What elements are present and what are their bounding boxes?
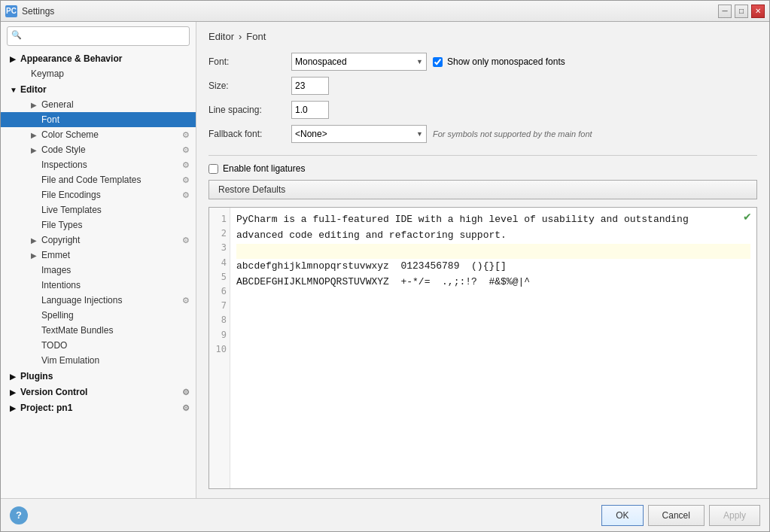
ligatures-label: Enable font ligatures [223, 163, 305, 174]
sidebar-item-colorscheme[interactable]: ▶ Color Scheme ⚙ [1, 127, 196, 142]
show-monospaced-checkbox[interactable] [433, 57, 443, 67]
title-bar: PC Settings ─ □ ✕ [1, 1, 769, 22]
sidebar-item-versioncontrol[interactable]: ▶ Version Control ⚙ [1, 384, 196, 400]
show-monospaced-text: Show only monospaced fonts [447, 56, 565, 67]
gear-icon: ⚙ [182, 145, 190, 155]
fallback-controls: <None> ▼ For symbols not supported by th… [291, 125, 592, 143]
sidebar-item-copyright[interactable]: ▶ Copyright ⚙ [1, 233, 196, 248]
search-input[interactable] [7, 26, 190, 46]
sidebar-item-images[interactable]: Images [1, 263, 196, 278]
show-monospaced-label[interactable]: Show only monospaced fonts [433, 56, 565, 67]
sidebar-item-general[interactable]: ▶ General [1, 97, 196, 112]
line-spacing-label: Line spacing: [208, 105, 291, 115]
code-line-highlighted [236, 244, 750, 260]
sidebar-item-intentions[interactable]: Intentions [1, 278, 196, 293]
font-dropdown[interactable]: Monospaced ▼ [291, 53, 427, 71]
fallback-font-label: Fallback font: [208, 129, 291, 139]
line-numbers: 1 2 3 4 5 6 7 8 9 10 [209, 208, 230, 488]
sidebar-item-label: Vim Emulation [41, 355, 190, 366]
code-line [536, 276, 542, 287]
code-line: PyCharm is a full-featured IDE [236, 214, 412, 225]
sidebar-item-filecodetemplates[interactable]: File and Code Templates ⚙ [1, 172, 196, 187]
sidebar-item-label: Font [41, 114, 190, 125]
sidebar-item-label: Copyright [41, 235, 182, 245]
fallback-font-dropdown[interactable]: <None> ▼ [291, 125, 427, 143]
size-input[interactable] [291, 77, 329, 95]
sidebar-item-textmatebundles[interactable]: TextMate Bundles [1, 323, 196, 338]
gear-icon: ⚙ [182, 236, 190, 245]
sidebar-item-editor[interactable]: ▼ Editor [1, 81, 196, 97]
gear-icon: ⚙ [182, 388, 190, 397]
sidebar-item-spelling[interactable]: Spelling [1, 308, 196, 323]
sidebar-item-project[interactable]: ▶ Project: pn1 ⚙ [1, 400, 196, 415]
line-number: 9 [212, 328, 227, 342]
ligatures-row[interactable]: Enable font ligatures [208, 163, 757, 174]
line-spacing-row: Line spacing: [208, 101, 757, 119]
preview-check-icon: ✔ [743, 211, 752, 223]
font-controls: Monospaced ▼ Show only monospaced fonts [291, 53, 565, 71]
close-button[interactable]: ✕ [751, 5, 765, 18]
fallback-font-value: <None> [295, 129, 413, 139]
right-panel: Editor › Font Font: Monospaced ▼ Show on… [196, 22, 769, 498]
line-number: 8 [212, 313, 227, 327]
sidebar-item-label: Images [41, 265, 190, 275]
apply-button[interactable]: Apply [709, 505, 760, 526]
sidebar-item-label: File and Code Templates [41, 175, 182, 185]
expand-arrow: ▶ [31, 251, 41, 260]
gear-icon: ⚙ [182, 160, 190, 170]
sidebar-item-codestyle[interactable]: ▶ Code Style ⚙ [1, 142, 196, 157]
sidebar-item-appearance[interactable]: ▶ Appearance & Behavior [1, 50, 196, 66]
sidebar-item-label: Project: pn1 [20, 403, 72, 413]
sidebar-item-fileencodings[interactable]: File Encodings ⚙ [1, 187, 196, 202]
sidebar-item-label: Spelling [41, 310, 190, 321]
main-content: ▶ Appearance & Behavior Keymap ▼ Editor … [1, 22, 769, 498]
sidebar-item-keymap[interactable]: Keymap [1, 66, 196, 81]
sidebar-item-label: General [41, 99, 190, 110]
ok-button[interactable]: OK [601, 505, 643, 526]
code-line [571, 276, 577, 287]
sidebar-item-label: Plugins [20, 371, 53, 382]
expand-arrow: ▶ [10, 55, 20, 63]
sidebar-item-languageinjections[interactable]: Language Injections ⚙ [1, 293, 196, 308]
sidebar-item-emmet[interactable]: ▶ Emmet [1, 248, 196, 263]
line-number: 10 [212, 342, 227, 357]
code-line: ABCDEFGHIJKLMNOPQRSTUVWXYZ +-*/= .,;:!? … [236, 276, 530, 287]
code-line: advanced code editing and refactoring su… [236, 230, 507, 241]
minimize-button[interactable]: ─ [718, 5, 732, 18]
code-line [548, 276, 554, 287]
ligatures-checkbox[interactable] [208, 164, 218, 174]
maximize-button[interactable]: □ [735, 5, 748, 18]
sidebar-item-label: Editor [20, 84, 47, 95]
restore-defaults-button[interactable]: Restore Defaults [208, 180, 757, 199]
sidebar-item-label: Live Templates [41, 205, 190, 215]
preview-pane: ✔ 1 2 3 4 5 6 7 8 9 10 PyCharm is a full… [208, 207, 757, 489]
sidebar-item-todo[interactable]: TODO [1, 338, 196, 353]
sidebar-item-vimemulation[interactable]: Vim Emulation [1, 353, 196, 368]
search-box[interactable] [7, 26, 190, 46]
gear-icon: ⚙ [182, 130, 190, 140]
line-spacing-input[interactable] [291, 101, 329, 119]
sidebar-item-label: TODO [41, 340, 190, 351]
sidebar-item-label: File Types [41, 220, 190, 230]
code-line: abcdefghijklmnopqrstuvwxyz 0123456789 ()… [236, 260, 507, 272]
breadcrumb-current: Font [246, 31, 266, 42]
nav-list: ▶ Appearance & Behavior Keymap ▼ Editor … [1, 50, 196, 498]
sidebar-item-label: TextMate Bundles [41, 325, 190, 336]
sidebar-item-livetemplates[interactable]: Live Templates [1, 202, 196, 217]
line-number: 2 [212, 226, 227, 241]
sidebar-item-font[interactable]: Font [1, 112, 196, 127]
sidebar-item-filetypes[interactable]: File Types [1, 217, 196, 233]
sidebar-item-label: Keymap [31, 68, 190, 79]
line-number: 1 [212, 212, 227, 226]
sidebar-item-plugins[interactable]: ▶ Plugins [1, 368, 196, 384]
expand-arrow: ▶ [10, 388, 20, 397]
expand-arrow: ▶ [31, 101, 41, 109]
breadcrumb: Editor › Font [208, 31, 757, 42]
fallback-hint: For symbols not supported by the main fo… [433, 129, 592, 138]
cancel-button[interactable]: Cancel [648, 505, 705, 526]
sidebar-item-label: Inspections [41, 160, 182, 170]
sidebar-item-inspections[interactable]: Inspections ⚙ [1, 157, 196, 172]
sidebar-item-label: Appearance & Behavior [20, 53, 122, 64]
help-button[interactable]: ? [10, 506, 28, 524]
gear-icon: ⚙ [182, 296, 190, 306]
